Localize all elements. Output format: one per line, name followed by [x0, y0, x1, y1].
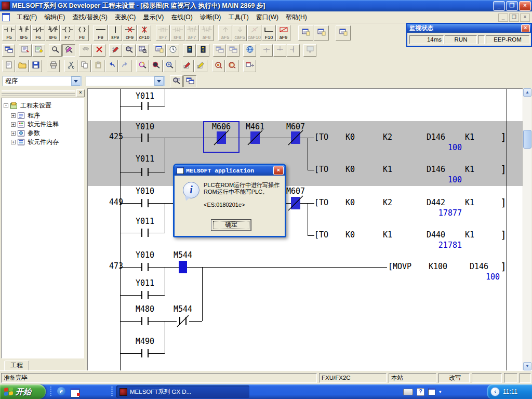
close-icon[interactable]: ×	[273, 166, 284, 175]
fkey-button-caF10[interactable]: caF10	[247, 25, 261, 41]
tree-item-2[interactable]: +软元件注释	[11, 120, 59, 129]
expand-icon[interactable]: +	[11, 113, 16, 118]
paste-button[interactable]	[91, 60, 104, 72]
insert-row-button[interactable]	[260, 44, 273, 57]
scan-time-button[interactable]	[166, 44, 179, 57]
fkey-button-F6[interactable]: F6	[31, 25, 45, 41]
fkey-button-sF7[interactable]: sF7	[156, 25, 170, 41]
mdi-child-icon[interactable]	[2, 13, 10, 21]
fkey-button-F8[interactable]: F8	[75, 25, 89, 41]
minimize-button[interactable]: _	[493, 1, 505, 11]
fkey-button-F10[interactable]: F10	[262, 25, 276, 41]
tree-item-1[interactable]: +程序	[11, 111, 40, 120]
device-test-button[interactable]	[109, 44, 122, 57]
taskbar-task-button[interactable]: MELSOFT系列 GX D...	[116, 385, 249, 398]
fkey-button-aF9[interactable]: aF9	[276, 25, 290, 41]
fkey-button-sF6[interactable]: sF6	[46, 25, 60, 41]
collapse-icon[interactable]: -	[4, 103, 8, 108]
tree-item-4[interactable]: +软元件内存	[11, 138, 59, 147]
project-data-list-button[interactable]	[2, 44, 15, 57]
find-device-use-button[interactable]	[163, 60, 176, 72]
menu-3[interactable]: 查找/替换(S)	[69, 11, 111, 23]
fkey-button-F9[interactable]: F9	[94, 25, 108, 41]
fkey-button-sF9[interactable]: sF9	[108, 25, 122, 41]
save-project-button[interactable]	[29, 60, 42, 72]
fkey-button-aF8[interactable]: aF8	[200, 25, 214, 41]
monitor-status-titlebar[interactable]: 监视状态 ×	[407, 24, 531, 33]
comment-note-button[interactable]	[336, 25, 351, 41]
quick-launch-icon[interactable]	[71, 387, 80, 396]
close-icon[interactable]: ×	[521, 24, 530, 32]
monitor-window-button[interactable]	[153, 44, 166, 57]
comment-display-button[interactable]	[19, 44, 32, 57]
fkey-button-sF5[interactable]: sF5	[17, 25, 31, 41]
ladder-cursor[interactable]	[203, 121, 240, 153]
comment-edit-button[interactable]	[194, 60, 207, 72]
tree-item-3[interactable]: +参数	[11, 129, 40, 138]
help-tray-icon[interactable]: ?	[417, 388, 424, 396]
fkey-button-F5[interactable]: F5	[2, 25, 16, 41]
panel-grip[interactable]	[2, 90, 75, 96]
find-write-mode-button[interactable]	[62, 44, 75, 57]
fkey-button-F7[interactable]: F7	[60, 25, 74, 41]
menu-10[interactable]: 帮助(H)	[282, 11, 311, 23]
find-replace-button[interactable]	[150, 60, 163, 72]
tab-project[interactable]: 工程	[4, 361, 29, 370]
monitor-mode-button[interactable]	[183, 44, 196, 57]
keyboard-layout-icon[interactable]	[403, 389, 413, 395]
menu-2[interactable]: 编辑(E)	[41, 11, 69, 23]
restore-button[interactable]: ❐	[506, 1, 518, 11]
tree-root-project[interactable]: -工程未设置	[4, 101, 51, 110]
start-button[interactable]: 开始	[0, 384, 46, 399]
open-project-button[interactable]	[16, 60, 29, 72]
statement-display-button[interactable]	[32, 44, 45, 57]
online-change-button[interactable]	[243, 44, 256, 57]
print-button[interactable]	[47, 60, 60, 72]
copy-button[interactable]	[78, 60, 91, 72]
screen-display-button[interactable]	[303, 44, 316, 57]
expand-icon[interactable]: +	[11, 122, 16, 127]
delete-row-button[interactable]	[273, 44, 286, 57]
chevron-down-icon[interactable]	[154, 76, 164, 86]
find-device-button[interactable]	[49, 44, 62, 57]
fkey-button-caF5[interactable]: caF5	[233, 25, 247, 41]
fkey-button-cF10[interactable]: cF10	[137, 25, 151, 41]
fkey-button-sF8[interactable]: sF8	[170, 25, 184, 41]
scroll-up-icon[interactable]: ▲	[523, 88, 531, 97]
device-batch-monitor-button[interactable]	[123, 44, 136, 57]
dialog-titlebar[interactable]: MELSOFT application ×	[175, 165, 285, 176]
zoom-out-button[interactable]	[225, 60, 238, 72]
zoom-in-button[interactable]	[212, 60, 225, 72]
new-project-button[interactable]	[2, 60, 15, 72]
insert-column-button[interactable]	[287, 44, 300, 57]
close-button[interactable]: ×	[519, 1, 531, 11]
mdi-close-button[interactable]: ×	[520, 14, 530, 22]
device-combobox[interactable]	[86, 76, 165, 86]
find-button[interactable]	[136, 60, 149, 72]
chevron-down-icon[interactable]	[71, 76, 81, 86]
fkey-button-aF7[interactable]: aF7	[185, 25, 199, 41]
mdi-minimize-button[interactable]: _	[498, 14, 508, 22]
cut-button[interactable]	[64, 60, 77, 72]
internet-explorer-icon[interactable]: e	[57, 387, 66, 396]
device-comment-button[interactable]	[170, 75, 183, 87]
cascade-windows-button[interactable]	[227, 44, 240, 57]
ladder-editor[interactable]: Y011425Y010Y011M606M461M607[TOK0K2D146K1…	[87, 88, 523, 370]
menu-6[interactable]: 在线(O)	[167, 11, 196, 23]
menu-7[interactable]: 诊断(D)	[196, 11, 225, 23]
telephone-line-button[interactable]	[79, 44, 92, 57]
vertical-scrollbar[interactable]: ▲ ▼	[523, 88, 531, 370]
fkey-button-cF9[interactable]: cF9	[123, 25, 137, 41]
transfer-setup-button[interactable]	[243, 60, 256, 72]
scroll-down-icon[interactable]: ▼	[523, 362, 531, 370]
panel-close-icon[interactable]: ×	[76, 89, 85, 97]
undo-button[interactable]	[105, 60, 118, 72]
device-test-write-button[interactable]	[181, 60, 194, 72]
project-tree-toggle-button[interactable]	[183, 75, 196, 87]
ok-button[interactable]: 确定	[211, 219, 251, 231]
expand-icon[interactable]: +	[11, 131, 16, 136]
mdi-restore-button[interactable]: ❐	[509, 14, 519, 22]
fkey-button-aF5[interactable]: aF5	[218, 25, 232, 41]
menu-4[interactable]: 变换(C)	[111, 11, 140, 23]
program-type-combobox[interactable]: 程序	[3, 76, 82, 86]
